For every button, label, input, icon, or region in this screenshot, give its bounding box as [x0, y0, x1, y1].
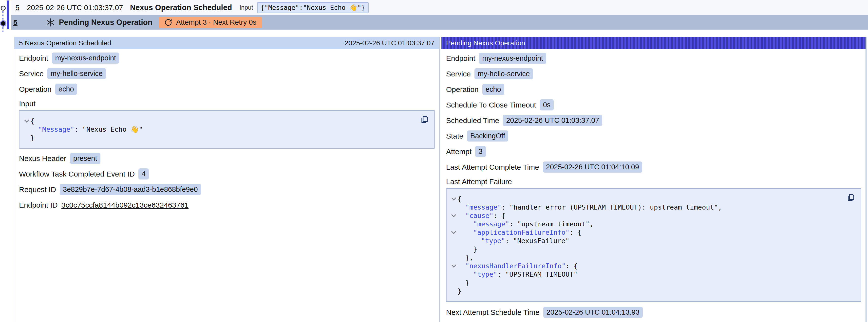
field-label: Service: [19, 69, 44, 78]
event-details-header-timestamp: 2025-02-26 UTC 01:03:37.07: [345, 39, 434, 47]
collapse-chevron-icon[interactable]: [23, 117, 30, 125]
field-value-badge: 3e829b7e-7d67-4b08-aad3-b1e868bfe9e0: [60, 184, 201, 195]
code-line: "message": "upstream timeout",: [446, 220, 861, 228]
collapse-chevron-icon[interactable]: [450, 262, 458, 270]
pending-event-id-link[interactable]: 5: [13, 18, 18, 27]
field-row: Endpointmy-nexus-endpoint: [446, 51, 866, 66]
field-row: Operationecho: [19, 82, 439, 97]
code-line: {: [20, 117, 434, 125]
field-row: Nexus Headerpresent: [19, 151, 439, 166]
retry-badge-text: Attempt 3 · Next Retry 0s: [176, 18, 257, 26]
field-value-badge: BackingOff: [467, 130, 508, 141]
field-row: Last Attempt Complete Time2025-02-26 UTC…: [446, 159, 866, 175]
code-line: "nexusHandlerFailureInfo": {: [446, 262, 861, 270]
field-value-badge: my-hello-service: [474, 68, 533, 79]
field-row: Endpoint ID3c0c75ccfa8144b092c13ce632463…: [19, 197, 439, 213]
input-section-label: Input: [14, 98, 439, 109]
field-value-link[interactable]: 3c0c75ccfa8144b092c13ce632463761: [61, 201, 188, 209]
code-line: "applicationFailureInfo": {: [446, 228, 861, 237]
code-gutter: [450, 279, 458, 287]
retry-icon: [164, 19, 172, 26]
field-value-badge: 0s: [540, 99, 554, 110]
event-details-panel: 5 Nexus Operation Scheduled 2025-02-26 U…: [14, 37, 439, 322]
field-label: Endpoint ID: [19, 201, 58, 209]
field-value-badge: my-hello-service: [48, 68, 106, 79]
code-content: "type": "UPSTREAM_TIMEOUT": [458, 270, 578, 279]
field-row: Request ID3e829b7e-7d67-4b08-aad3-b1e868…: [19, 182, 439, 197]
field-row: Next Attempt Schedule Time2025-02-26 UTC…: [446, 304, 866, 320]
code-content: }: [458, 245, 477, 254]
code-line: "message": "handler error (UPSTREAM_TIME…: [446, 203, 861, 212]
code-content: "type": "NexusFailure": [458, 237, 569, 245]
failure-section-label: Last Attempt Failure: [441, 176, 866, 187]
pending-operation-header: Pending Nexus Operation: [441, 37, 866, 49]
input-preview-chip[interactable]: {"Message":"Nexus Echo 👋"}: [257, 2, 369, 13]
collapse-chevron-icon[interactable]: [450, 228, 458, 237]
field-value-badge: my-nexus-endpoint: [52, 53, 119, 64]
pending-asterisk-icon: [45, 18, 56, 27]
copy-button[interactable]: [846, 193, 856, 202]
code-content: "nexusHandlerFailureInfo": {: [458, 262, 578, 270]
field-value-badge: 2025-02-26 UTC 01:03:37.07: [503, 115, 602, 126]
code-content: {: [458, 195, 461, 203]
code-line: "type": "UPSTREAM_TIMEOUT": [446, 270, 861, 279]
event-summary-row[interactable]: 5 2025-02-26 UTC 01:03:37.07 Nexus Opera…: [11, 0, 868, 15]
field-row: StateBackingOff: [446, 128, 866, 144]
collapse-chevron-icon[interactable]: [450, 212, 458, 220]
code-gutter: [450, 203, 458, 212]
field-label: Request ID: [19, 185, 56, 194]
field-value-badge: echo: [55, 84, 77, 95]
event-id-link[interactable]: 5: [15, 3, 20, 12]
timeline-event-marker-icon: [1, 6, 6, 10]
timeline-active-bar: [7, 0, 9, 29]
field-value-badge: my-nexus-endpoint: [479, 53, 546, 64]
event-details-header-title: 5 Nexus Operation Scheduled: [19, 39, 111, 47]
event-name: Nexus Operation Scheduled: [130, 3, 232, 12]
copy-button[interactable]: [420, 115, 429, 124]
field-label: Scheduled Time: [446, 117, 499, 125]
code-content: "message": "upstream timeout",: [458, 220, 594, 228]
scrollbar-track[interactable]: [866, 37, 867, 322]
pending-operation-panel: Pending Nexus Operation Endpointmy-nexus…: [441, 37, 866, 322]
event-details-header: 5 Nexus Operation Scheduled 2025-02-26 U…: [14, 37, 439, 49]
field-label: Nexus Header: [19, 154, 66, 163]
field-label: Workflow Task Completed Event ID: [19, 170, 135, 178]
code-line: }: [446, 279, 861, 287]
field-value-badge: present: [70, 153, 100, 164]
code-line: },: [446, 254, 861, 262]
retry-status-badge: Attempt 3 · Next Retry 0s: [159, 17, 262, 28]
code-gutter: [450, 270, 458, 279]
code-gutter: [450, 245, 458, 254]
code-content: }: [458, 279, 469, 287]
code-content: "cause": {: [458, 212, 505, 220]
code-gutter: [450, 287, 458, 295]
pending-operation-header-title: Pending Nexus Operation: [446, 39, 525, 47]
code-content: {: [30, 117, 34, 125]
field-label: Next Attempt Schedule Time: [446, 308, 539, 317]
code-gutter: [23, 134, 30, 142]
code-line: "Message": "Nexus Echo 👋": [20, 125, 434, 134]
field-label: Attempt: [446, 148, 471, 156]
field-row: Operationecho: [446, 82, 866, 97]
collapse-chevron-icon[interactable]: [450, 195, 458, 203]
field-row: Servicemy-hello-service: [446, 66, 866, 82]
code-line: "cause": {: [446, 212, 861, 220]
panel-divider: [439, 37, 440, 322]
input-code-block: {"Message": "Nexus Echo 👋"}: [19, 110, 435, 149]
field-row: Workflow Task Completed Event ID4: [19, 166, 439, 182]
code-content: },: [458, 254, 473, 262]
pending-operation-row[interactable]: 5 Pending Nexus Operation Attempt 3 · Ne…: [11, 15, 868, 30]
field-value-badge: 4: [138, 168, 149, 180]
field-row: Endpointmy-nexus-endpoint: [19, 50, 439, 66]
field-value-badge: 3: [475, 146, 486, 157]
field-label: Service: [446, 70, 471, 78]
field-label: Last Attempt Complete Time: [446, 163, 539, 171]
field-value-badge: echo: [483, 84, 504, 95]
code-content: "Message": "Nexus Echo 👋": [30, 125, 143, 134]
failure-code-block: {"message": "handler error (UPSTREAM_TIM…: [446, 188, 861, 302]
event-timestamp: 2025-02-26 UTC 01:03:37.07: [27, 3, 123, 12]
code-content: }: [458, 287, 461, 295]
code-line: }: [20, 134, 434, 142]
code-line: "type": "NexusFailure": [446, 237, 861, 245]
field-label: Endpoint: [446, 54, 475, 63]
